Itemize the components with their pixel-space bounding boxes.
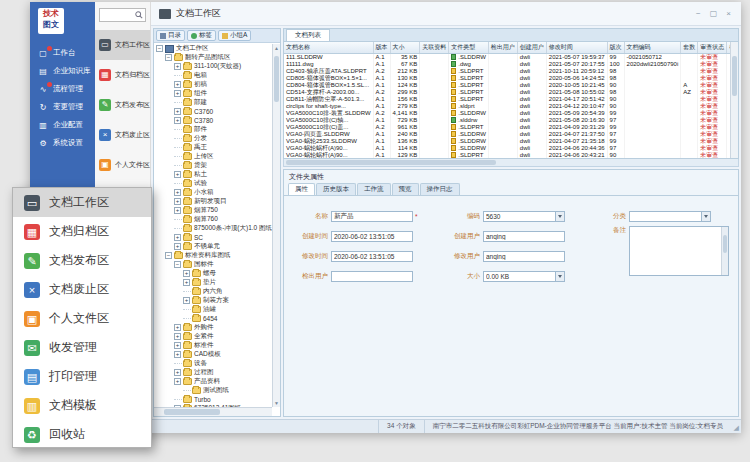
sidebar-item-enterprise-config[interactable]: ▥企业配置 <box>30 116 95 134</box>
tree-tab-1[interactable]: 标签 <box>187 30 216 41</box>
tree-node[interactable]: 油罐 <box>156 305 272 314</box>
maximize-icon[interactable]: ▢ <box>710 9 718 18</box>
tree-node[interactable]: +过程图 <box>156 368 272 377</box>
collapse-icon[interactable]: − <box>156 45 163 52</box>
tree-node[interactable]: +螺母 <box>156 269 272 278</box>
table-scroll-thumb[interactable] <box>732 56 737 96</box>
tab-document-list[interactable]: 文档列表 <box>286 29 330 41</box>
table-row[interactable]: 11111.dwgA.167 KB.dwgdwli2021-05-07 20:1… <box>284 61 739 68</box>
tree-tab-2[interactable]: 小组A <box>218 30 251 41</box>
module-item-doc-archive[interactable]: ▦文档归档区 <box>95 60 150 90</box>
checkout-user-field[interactable] <box>331 271 413 282</box>
sidebar-item-process-manage[interactable]: ∿流程管理 <box>30 80 95 98</box>
tree-node[interactable]: +组件 <box>156 89 272 98</box>
expand-icon[interactable]: + <box>174 90 181 97</box>
detail-tab-1[interactable]: 历史版本 <box>316 183 356 195</box>
table-row[interactable]: VGA0-四页盖.SLDDRWA.1240 KB.SLDDRWdwli2021-… <box>284 131 739 138</box>
table-hscroll-thumb[interactable] <box>286 160 496 165</box>
detail-tab-3[interactable]: 预览 <box>392 183 419 195</box>
tree-node[interactable]: +烟算750 <box>156 206 272 215</box>
module-item-doc-workspace[interactable]: ▭文档工作区 <box>95 30 150 60</box>
tree-node[interactable]: 货架 <box>156 161 272 170</box>
table-row[interactable]: VGA0-蜗轮蜗杆(A)90...A.1114 KB.SLDDRWdwli202… <box>284 145 739 152</box>
sidebar-item-workbench[interactable]: ▢工作台 <box>30 44 95 62</box>
category-dropdown-arrow[interactable] <box>701 211 711 222</box>
tree-node[interactable]: +产品资料 <box>156 377 272 386</box>
tree-vertical-scrollbar[interactable]: ▲ ▼ <box>272 44 280 407</box>
column-header-cu[interactable]: 创建用户 <box>517 42 546 53</box>
tree-node[interactable]: +新明发项目 <box>156 197 272 206</box>
modify-user-field[interactable] <box>483 251 565 262</box>
table-row[interactable]: CD805-箱体弧管BOX×1.5×1...A.1130 KB.SLDPRTdw… <box>284 75 739 82</box>
table-row[interactable]: VGA5000C10排-装置.SLDDRWA.24,141 KB.SLDDRWd… <box>284 110 739 117</box>
popup-item-doc-workspace[interactable]: ▭文档工作区 <box>13 188 151 217</box>
search-input[interactable] <box>102 10 135 20</box>
column-header-code[interactable]: 文档编码 <box>624 42 681 53</box>
column-header-rel[interactable]: 关联资料 <box>420 42 449 53</box>
code-field[interactable] <box>483 211 555 222</box>
module-item-doc-abolish[interactable]: ×文档废止区 <box>95 120 150 150</box>
resize-grip[interactable]: ◢ <box>731 420 741 433</box>
popup-item-doc-abolish[interactable]: ×文档废止区 <box>13 275 151 304</box>
tree-node[interactable]: +粘土 <box>156 170 272 179</box>
expand-icon[interactable]: + <box>174 342 181 349</box>
tree-node[interactable]: +SC <box>156 233 272 242</box>
expand-icon[interactable]: + <box>183 270 190 277</box>
collapse-icon[interactable]: − <box>165 54 172 61</box>
size-dropdown-arrow[interactable] <box>555 271 565 282</box>
tree-node[interactable]: +制装方案 <box>156 296 272 305</box>
expand-icon[interactable]: + <box>174 369 181 376</box>
column-header-status[interactable]: 审查状态 <box>698 42 727 53</box>
tree-scroll-thumb[interactable] <box>274 56 279 102</box>
column-header-type[interactable]: 文件类型 <box>449 42 489 53</box>
expand-icon[interactable]: + <box>174 117 181 124</box>
tree-node[interactable]: −标准资料库图纸 <box>156 251 272 260</box>
minimize-icon[interactable]: − <box>696 9 701 18</box>
popup-item-doc-template[interactable]: ▥文档模板 <box>13 391 151 420</box>
scroll-up-arrow[interactable]: ▲ <box>273 44 280 52</box>
tree-node[interactable]: +外购件 <box>156 323 272 332</box>
table-row[interactable]: 111.SLDDRWA.135 KB.SLDDRWdwli2021-05-07 … <box>284 53 739 61</box>
tree-node[interactable]: +初稿 <box>156 80 272 89</box>
tree-node[interactable]: +C3780 <box>156 116 272 125</box>
expand-icon[interactable]: + <box>183 297 190 304</box>
tree-node[interactable]: −国标件 <box>156 260 272 269</box>
table-row[interactable]: CD514-支撑杆-A-2003.00...A.2299 KB.SLDPRTdw… <box>284 89 739 96</box>
tree-node[interactable]: 分发 <box>156 134 272 143</box>
note-field[interactable] <box>629 226 729 276</box>
table-vertical-scrollbar[interactable] <box>730 42 738 158</box>
close-icon[interactable]: × <box>726 9 731 18</box>
module-item-personal-files[interactable]: ▣个人文件区 <box>95 150 150 180</box>
table-row[interactable]: VGA0-蜗轮蜗杆(A)90...A.1129 KB.SLDPRTdwli202… <box>284 152 739 159</box>
table-horizontal-scrollbar[interactable] <box>283 159 739 167</box>
tree-node[interactable]: 电箱 <box>156 71 272 80</box>
column-header-size[interactable]: 大小 <box>390 42 420 53</box>
popup-item-personal-files[interactable]: ▣个人文件区 <box>13 304 151 333</box>
tree-node[interactable]: −翻转产品图纸区 <box>156 53 272 62</box>
popup-item-doc-archive[interactable]: ▦文档归档区 <box>13 217 151 246</box>
code-dropdown-arrow[interactable] <box>555 211 565 222</box>
popup-item-doc-publish[interactable]: ✎文档发布区 <box>13 246 151 275</box>
table-row[interactable]: CD811-油帽防尘罩-A-501.3...A.1156 KB.SLDPRTdw… <box>284 96 739 103</box>
tree-tab-0[interactable]: 目录 <box>156 30 185 41</box>
table-row[interactable]: VGA5000C10排(C)盖...A.2961 KB.SLDPRTdwli20… <box>284 124 739 131</box>
create-time-field[interactable] <box>331 231 413 242</box>
detail-tab-4[interactable]: 操作日志 <box>420 183 460 195</box>
modify-time-field[interactable] <box>331 251 413 262</box>
tree-node[interactable]: 试验 <box>156 179 272 188</box>
tree-node[interactable]: 禹王 <box>156 143 272 152</box>
category-field[interactable] <box>629 211 701 222</box>
column-header-set[interactable]: 套数 <box>681 42 698 53</box>
scroll-down-arrow[interactable]: ▼ <box>273 399 280 407</box>
column-header-name[interactable]: 文档名称 <box>284 42 373 53</box>
expand-icon[interactable]: + <box>183 279 190 286</box>
tree-node[interactable]: +垫片 <box>156 278 272 287</box>
table-row[interactable]: VGA0-蜗轮2533.SLDDRWA.1136 KB.SLDDRWdwli20… <box>284 138 739 145</box>
name-field[interactable] <box>331 211 413 222</box>
detail-tab-2[interactable]: 工作流 <box>357 183 391 195</box>
sidebar-item-system-settings[interactable]: ⚙系统设置 <box>30 134 95 152</box>
popup-item-print-manage[interactable]: ▤打印管理 <box>13 362 151 391</box>
expand-icon[interactable]: + <box>174 207 181 214</box>
size-field[interactable] <box>483 271 555 282</box>
popup-item-recycle-bin[interactable]: ♻回收站 <box>13 420 151 449</box>
